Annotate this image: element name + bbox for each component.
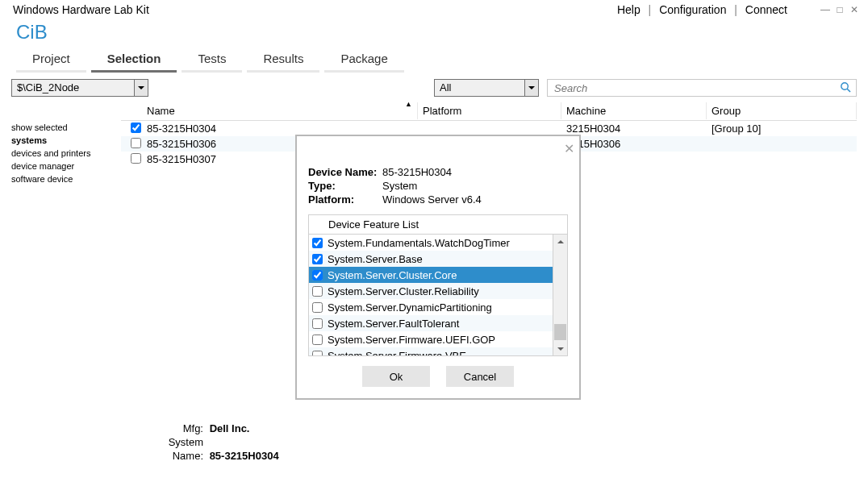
feature-checkbox[interactable] [312,254,323,264]
tab-project[interactable]: Project [16,48,86,73]
feature-list-scrollbar[interactable] [553,235,567,355]
device-feature-list-header: Device Feature List [309,215,567,235]
tab-results[interactable]: Results [247,48,319,73]
feature-checkbox[interactable] [312,238,323,248]
close-icon[interactable]: ✕ [564,141,574,156]
row-checkbox[interactable] [131,123,141,133]
row-machine: 3215H0306 [561,138,707,150]
scroll-thumb[interactable] [554,324,566,340]
window-close-icon[interactable]: ✕ [849,4,860,15]
search-input[interactable] [553,81,840,95]
sidebar-item-devices-and-printers[interactable]: devices and printers [11,147,121,160]
app-title: Windows Hardware Lab Kit [13,3,149,16]
window-minimize-icon[interactable]: — [820,4,831,15]
sysname-value: 85-3215H0304 [210,450,279,462]
device-feature-list: Device Feature List System.Fundamentals.… [308,214,568,356]
pool-dropdown[interactable]: $\CiB_2Node [11,79,148,97]
device-feature-dialog: ✕ Device Name:85-3215H0304 Type:System P… [295,135,581,400]
meta-label-type: Type: [308,179,382,193]
svg-line-1 [847,89,850,92]
row-machine: 3215H0304 [561,123,707,135]
search-icon[interactable] [840,81,851,95]
sidebar-item-show-selected[interactable]: show selected [11,121,121,134]
sidebar-item-systems[interactable]: systems [11,134,121,147]
feature-checkbox[interactable] [312,286,323,297]
feature-item[interactable]: System.Server.Base [309,251,553,267]
col-header-platform[interactable]: Platform [418,102,561,119]
scroll-up-icon[interactable] [553,235,567,248]
sidebar-item-device-manager[interactable]: device manager [11,160,121,172]
top-menu: Help | Configuration | Connect [617,3,787,16]
meta-value-name: 85-3215H0304 [382,165,452,179]
feature-label: System.Server.Cluster.Core [328,269,457,281]
window-maximize-icon[interactable]: □ [834,4,845,15]
menu-configuration[interactable]: Configuration [659,3,726,16]
grid-header: Name ▲ Platform Machine Group [121,102,857,121]
feature-item[interactable]: System.Server.Firmware.UEFI.GOP [309,331,553,347]
feature-checkbox[interactable] [312,302,323,313]
feature-label: System.Server.Cluster.Reliability [328,285,479,297]
row-group: [Group 10] [707,123,857,135]
tab-selection[interactable]: Selection [91,48,177,73]
sidebar-item-software-device[interactable]: software device [11,172,121,185]
feature-label: System.Server.FaultTolerant [328,318,459,330]
sysname-label: System Name: [140,435,203,463]
menu-help[interactable]: Help [617,3,641,16]
scroll-down-icon[interactable] [553,342,567,355]
feature-item[interactable]: System.Server.DynamicPartitioning [309,299,553,315]
tab-tests[interactable]: Tests [182,48,242,73]
row-name: 85-3215H0304 [142,123,418,135]
feature-checkbox[interactable] [312,351,323,356]
svg-point-0 [841,82,848,89]
row-checkbox[interactable] [131,153,141,164]
pool-dropdown-text: $\CiB_2Node [12,80,134,96]
feature-item[interactable]: System.Server.Cluster.Core [309,267,553,283]
meta-label-platform: Platform: [308,193,382,206]
feature-label: System.Server.DynamicPartitioning [328,301,492,314]
filter-bar: $\CiB_2Node All [0,73,868,102]
row-checkbox[interactable] [131,138,141,148]
feature-checkbox[interactable] [312,318,323,329]
feature-item[interactable]: System.Server.Firmware.VBE [309,347,553,355]
mfg-value: Dell Inc. [210,422,250,434]
category-sidebar: show selectedsystemsdevices and printers… [11,102,121,185]
project-name: CiB [0,16,868,45]
meta-value-platform: Windows Server v6.4 [382,193,482,206]
search-box[interactable] [547,79,857,97]
meta-value-type: System [382,179,417,193]
ok-button[interactable]: Ok [362,366,430,387]
col-header-group[interactable]: Group [707,102,857,119]
col-header-name[interactable]: Name ▲ [142,102,418,119]
feature-label: System.Server.Base [328,253,423,265]
col-header-machine[interactable]: Machine [561,102,707,119]
mfg-label: Mfg: [140,422,203,435]
feature-item[interactable]: System.Server.Cluster.Reliability [309,283,553,299]
scope-dropdown[interactable]: All [434,79,539,97]
details-footer: Mfg: Dell Inc. System Name: 85-3215H0304 [140,422,279,463]
dialog-meta: Device Name:85-3215H0304 Type:System Pla… [297,136,579,214]
scope-dropdown-text: All [435,80,524,96]
feature-item[interactable]: System.Server.FaultTolerant [309,315,553,331]
feature-item[interactable]: System.Fundamentals.WatchDogTimer [309,235,553,251]
main-tabs: ProjectSelectionTestsResultsPackage [0,45,868,73]
chevron-down-icon[interactable] [524,80,538,96]
feature-label: System.Server.Firmware.VBE [328,350,466,356]
tab-package[interactable]: Package [324,48,403,73]
title-bar: Windows Hardware Lab Kit Help | Configur… [0,0,868,16]
sort-asc-icon: ▲ [405,100,412,108]
meta-label-name: Device Name: [308,165,382,179]
feature-label: System.Server.Firmware.UEFI.GOP [328,334,495,346]
feature-checkbox[interactable] [312,270,323,280]
feature-label: System.Fundamentals.WatchDogTimer [328,237,510,249]
menu-connect[interactable]: Connect [745,3,787,16]
chevron-down-icon[interactable] [134,80,148,96]
cancel-button[interactable]: Cancel [446,366,514,387]
feature-checkbox[interactable] [312,334,323,345]
